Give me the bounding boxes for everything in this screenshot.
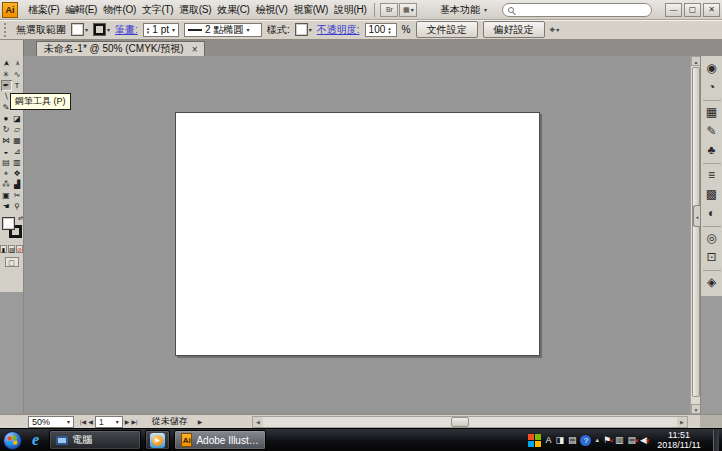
menu-type[interactable]: 文字(T) [139,2,176,17]
stroke-weight-field[interactable]: ▴▾ 1 pt ▾ [143,23,179,37]
document-setup-button[interactable]: 文件設定 [416,21,478,38]
close-tab-icon[interactable]: × [192,44,198,55]
zoom-tool[interactable]: ⚲ [12,201,23,212]
clipboard-icon[interactable]: ▥ [615,433,624,447]
swap-fill-stroke-icon[interactable]: ⇄ [18,214,23,221]
network-icon[interactable]: ▤✕ [628,433,637,447]
status-display[interactable]: 從未儲存 ▶ [152,415,203,428]
symbols-panel[interactable]: ♣ [703,141,721,160]
menu-edit[interactable]: 編輯(E) [62,2,100,17]
color-mode-button[interactable]: ▮ [0,245,7,253]
next-artboard-icon[interactable]: ▶ [125,418,130,425]
stepper-icon[interactable]: ▴▾ [147,26,150,34]
appearance-panel[interactable]: ◎ [703,226,721,248]
document-tab[interactable]: 未命名-1* @ 50% (CMYK/預視) × [36,41,205,56]
app-logo-icon[interactable]: Ai [2,2,18,18]
stroke-color-picker[interactable]: ▾ [93,23,110,36]
free-transform-tool[interactable]: ▦ [12,135,23,146]
stroke-panel-link[interactable]: 筆畫: [115,23,138,37]
taskbar-button-computer[interactable]: 電腦 [49,430,141,450]
maximize-button[interactable]: ▢ [684,3,701,17]
ime-fullwidth-icon[interactable]: ◨ [555,433,564,447]
gradient-tool[interactable]: ▥ [12,157,23,168]
ime-help-icon[interactable]: ? [580,435,591,446]
transparency-panel[interactable]: ◐ [703,204,721,223]
volume-icon[interactable]: ◀✕ [640,433,647,447]
fill-color-picker[interactable]: ▾ [71,23,88,36]
scroll-left-icon[interactable]: ◀ [253,417,263,427]
menu-select[interactable]: 選取(S) [176,2,214,17]
vertical-scroll-thumb[interactable] [692,67,700,397]
pen-tool[interactable]: ✒ [1,80,12,91]
workspace-switcher[interactable]: 基本功能 ▾ [434,1,493,19]
vertical-scrollbar[interactable]: ▲ ▼ [690,56,700,414]
perspective-grid-tool[interactable]: ⊿ [12,146,23,157]
drag-grip[interactable] [4,23,9,37]
width-tool[interactable]: ⋈ [1,135,12,146]
stroke-panel[interactable]: ≡ [703,163,721,185]
menu-window[interactable]: 視窗(W) [290,2,331,17]
brushes-panel[interactable]: ✎ [703,122,721,141]
menu-help[interactable]: 說明(H) [331,2,369,17]
color-panel[interactable]: ◉ [703,59,721,78]
isolate-selection-dropdown[interactable]: ⌖ ▾ [550,24,560,36]
first-artboard-icon[interactable]: |◀ [80,418,86,425]
arrange-documents-icon[interactable]: ▦ ▾ [399,3,417,17]
ime-mode-icon[interactable]: A [545,433,551,447]
taskbar-button-media-player[interactable]: ▶ [145,430,170,450]
start-button[interactable] [3,431,22,450]
menu-effect[interactable]: 效果(C) [214,2,252,17]
artboard-number-dropdown[interactable]: 1 ▾ [95,416,123,428]
show-desktop-button[interactable] [713,430,719,451]
horizontal-scrollbar[interactable]: ◀ ▶ [252,416,688,428]
mesh-tool[interactable]: ▤ [1,157,12,168]
scroll-right-icon[interactable]: ▶ [677,417,687,427]
opacity-field[interactable]: 100 ▴▾ [365,23,397,37]
selection-tool[interactable]: ➤ [1,58,12,69]
lasso-tool[interactable]: ∿ [12,69,23,80]
fill-color-swatch[interactable] [2,217,15,230]
rotate-tool[interactable]: ↻ [1,124,12,135]
brush-definition-dropdown[interactable]: 2 點橢圓 ▾ [184,23,262,37]
artboard-tool[interactable]: ▣ [1,190,12,201]
stepper-icon[interactable]: ▴▾ [388,26,391,34]
menu-object[interactable]: 物件(O) [100,2,139,17]
type-tool[interactable]: T [12,80,23,91]
eyedropper-tool[interactable]: ⌖ [1,168,12,179]
scale-tool[interactable]: ▱ [12,124,23,135]
column-graph-tool[interactable]: ▟ [12,179,23,190]
symbol-sprayer-tool[interactable]: ⁂ [1,179,12,190]
previous-artboard-icon[interactable]: ◀ [88,418,93,425]
slice-tool[interactable]: ✂ [12,190,23,201]
shape-builder-tool[interactable]: ◒ [1,146,12,157]
swatches-panel[interactable]: ▦ [703,100,721,122]
gradient-mode-button[interactable]: ▨ [8,245,15,253]
menu-file[interactable]: 檔案(F) [25,2,62,17]
internet-explorer-icon[interactable]: e [26,431,45,449]
search-box[interactable] [502,3,652,17]
direct-selection-tool[interactable]: ➢ [12,58,23,69]
style-dropdown[interactable]: ▾ [295,23,312,36]
artboard[interactable] [175,112,540,356]
taskbar-button-illustrator[interactable]: Ai Adobe Illustrator... [174,430,266,450]
ime-keyboard-icon[interactable]: ▤ [568,433,577,447]
search-input[interactable] [518,5,646,15]
bridge-launch-icon[interactable]: Br [380,3,398,17]
action-center-flag-icon[interactable]: ⚑✕ [603,433,611,447]
hidden-icons-caret[interactable]: ▴ [595,433,599,447]
hand-tool[interactable]: ☚ [1,201,12,212]
graphic-styles-panel[interactable]: ⊡ [703,248,721,267]
horizontal-scroll-thumb[interactable] [451,417,469,427]
preferences-button[interactable]: 偏好設定 [483,21,545,38]
zoom-level-dropdown[interactable]: 50% ▾ [28,416,74,428]
toolbar-dock-header[interactable] [0,40,24,56]
none-mode-button[interactable]: ⊘ [16,245,23,253]
eraser-tool[interactable]: ◪ [12,113,23,124]
gradient-panel[interactable]: ▩ [703,185,721,204]
color-guide-panel[interactable]: ◔ [703,78,721,97]
minimize-button[interactable]: — [665,3,682,17]
blob-brush-tool[interactable]: ● [1,113,12,124]
dock-collapse-tab[interactable]: ◂ [693,205,700,227]
close-button[interactable]: ✕ [703,3,720,17]
magic-wand-tool[interactable]: ✳ [1,69,12,80]
